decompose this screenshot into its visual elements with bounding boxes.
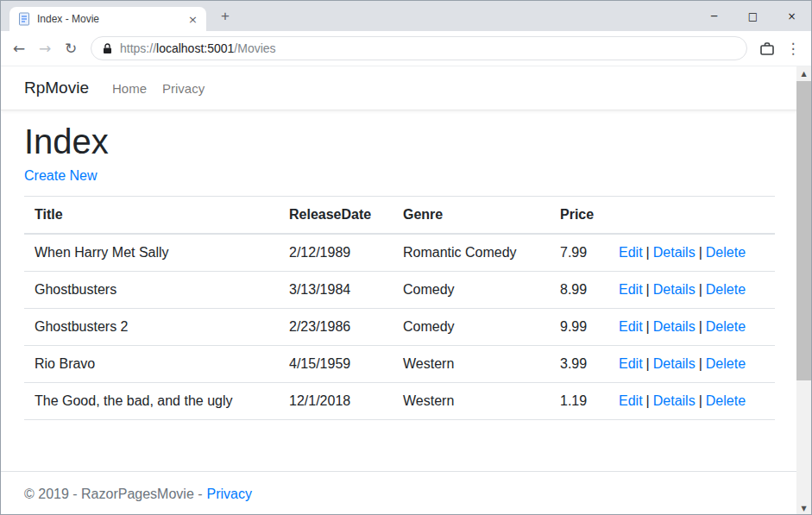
site-navbar: RpMovie Home Privacy	[1, 66, 798, 110]
price-cell: 7.99	[550, 234, 608, 272]
table-row: Ghostbusters 2 2/23/1986 Comedy 9.99 Edi…	[24, 309, 775, 346]
url-scheme: https://	[120, 41, 156, 55]
address-bar[interactable]: https://localhost:5001/Movies	[91, 36, 747, 60]
delete-link[interactable]: Delete	[706, 393, 746, 408]
scrollbar-thumb[interactable]	[796, 81, 811, 380]
genre-cell: Comedy	[393, 272, 550, 309]
tab-strip: Index - Movie × + ─ □ ×	[1, 1, 811, 31]
favicon-icon	[18, 12, 30, 26]
header-genre: Genre	[393, 197, 550, 235]
tab-title: Index - Movie	[37, 13, 181, 25]
edit-link[interactable]: Edit	[619, 356, 643, 371]
edit-link[interactable]: Edit	[619, 245, 643, 260]
actions-cell: Edit|Details|Delete	[608, 272, 775, 309]
header-title: Title	[24, 197, 279, 235]
table-row: Rio Bravo 4/15/1959 Western 3.99 Edit|De…	[24, 346, 775, 383]
action-separator: |	[699, 356, 702, 371]
title-cell: Ghostbusters	[24, 272, 279, 309]
footer-privacy-link[interactable]: Privacy	[207, 487, 252, 501]
table-header-row: Title ReleaseDate Genre Price	[24, 197, 775, 235]
price-cell: 8.99	[550, 272, 608, 309]
forward-button[interactable]: →	[32, 35, 58, 61]
genre-cell: Comedy	[393, 309, 550, 346]
action-separator: |	[646, 319, 650, 334]
url-path: /Movies	[234, 41, 275, 55]
action-separator: |	[646, 282, 650, 297]
table-row: The Good, the bad, and the ugly 12/1/201…	[24, 383, 775, 420]
header-price: Price	[550, 197, 608, 235]
details-link[interactable]: Details	[653, 356, 696, 371]
title-cell: Ghostbusters 2	[24, 309, 279, 346]
close-button[interactable]: ×	[772, 1, 811, 31]
edit-link[interactable]: Edit	[619, 282, 643, 297]
create-new-link[interactable]: Create New	[24, 168, 97, 183]
page-footer: © 2019 - RazorPagesMovie -Privacy	[1, 471, 798, 515]
release-date-cell: 4/15/1959	[279, 346, 393, 383]
genre-cell: Romantic Comedy	[393, 234, 550, 272]
price-cell: 1.19	[550, 383, 608, 420]
genre-cell: Western	[393, 346, 550, 383]
title-cell: The Good, the bad, and the ugly	[24, 383, 279, 420]
browser-tab[interactable]: Index - Movie ×	[9, 7, 206, 31]
window-controls: ─ □ ×	[695, 1, 811, 31]
back-button[interactable]: ←	[6, 35, 32, 61]
action-separator: |	[699, 393, 702, 408]
web-page: RpMovie Home Privacy Index Create New Ti…	[1, 66, 798, 515]
new-tab-button[interactable]: +	[213, 4, 237, 28]
header-actions	[608, 197, 775, 235]
nav-link-privacy[interactable]: Privacy	[154, 81, 212, 96]
release-date-cell: 12/1/2018	[279, 383, 393, 420]
actions-cell: Edit|Details|Delete	[608, 383, 775, 420]
scroll-up-icon[interactable]: ▲	[796, 66, 811, 81]
price-cell: 3.99	[550, 346, 608, 383]
action-separator: |	[646, 356, 650, 371]
tab-close-icon[interactable]: ×	[188, 14, 198, 25]
brand-link[interactable]: RpMovie	[24, 79, 89, 97]
maximize-button[interactable]: □	[733, 1, 772, 31]
action-separator: |	[646, 245, 650, 260]
scroll-down-icon[interactable]: ▼	[796, 501, 811, 515]
release-date-cell: 2/23/1986	[279, 309, 393, 346]
delete-link[interactable]: Delete	[706, 282, 746, 297]
release-date-cell: 3/13/1984	[279, 272, 393, 309]
details-link[interactable]: Details	[653, 282, 696, 297]
lock-icon[interactable]	[103, 43, 112, 54]
title-cell: When Harry Met Sally	[24, 234, 279, 272]
edit-link[interactable]: Edit	[619, 319, 643, 334]
action-separator: |	[699, 319, 702, 334]
delete-link[interactable]: Delete	[706, 319, 746, 334]
copyright-text: © 2019 - RazorPagesMovie -	[24, 487, 203, 501]
minimize-button[interactable]: ─	[695, 1, 733, 31]
browser-toolbar: ← → ↻ https://localhost:5001/Movies ⋮	[1, 31, 811, 66]
table-row: Ghostbusters 3/13/1984 Comedy 8.99 Edit|…	[24, 272, 775, 309]
movies-table: Title ReleaseDate Genre Price When Harry…	[24, 196, 775, 420]
action-separator: |	[699, 282, 702, 297]
edit-link[interactable]: Edit	[619, 393, 643, 408]
delete-link[interactable]: Delete	[706, 356, 746, 371]
action-separator: |	[699, 245, 702, 260]
vertical-scrollbar: ▲ ▼	[796, 66, 811, 515]
release-date-cell: 2/12/1989	[279, 234, 393, 272]
title-cell: Rio Bravo	[24, 346, 279, 383]
menu-icon[interactable]: ⋮	[780, 35, 806, 61]
details-link[interactable]: Details	[653, 245, 696, 260]
price-cell: 9.99	[550, 309, 608, 346]
browser-window: Index - Movie × + ─ □ × ← → ↻ https://lo…	[0, 0, 812, 515]
action-separator: |	[646, 393, 650, 408]
actions-cell: Edit|Details|Delete	[608, 346, 775, 383]
genre-cell: Western	[393, 383, 550, 420]
refresh-button[interactable]: ↻	[58, 35, 84, 61]
url-host: localhost:5001	[156, 41, 234, 55]
page-title: Index	[24, 122, 775, 161]
table-row: When Harry Met Sally 2/12/1989 Romantic …	[24, 234, 775, 272]
actions-cell: Edit|Details|Delete	[608, 234, 775, 272]
header-release-date: ReleaseDate	[279, 197, 393, 235]
profile-icon[interactable]	[754, 35, 780, 61]
delete-link[interactable]: Delete	[706, 245, 746, 260]
actions-cell: Edit|Details|Delete	[608, 309, 775, 346]
details-link[interactable]: Details	[653, 319, 696, 334]
page-main: Index Create New Title ReleaseDate Genre…	[1, 110, 798, 420]
url-text: https://localhost:5001/Movies	[120, 41, 276, 55]
details-link[interactable]: Details	[653, 393, 696, 408]
nav-link-home[interactable]: Home	[104, 81, 154, 96]
